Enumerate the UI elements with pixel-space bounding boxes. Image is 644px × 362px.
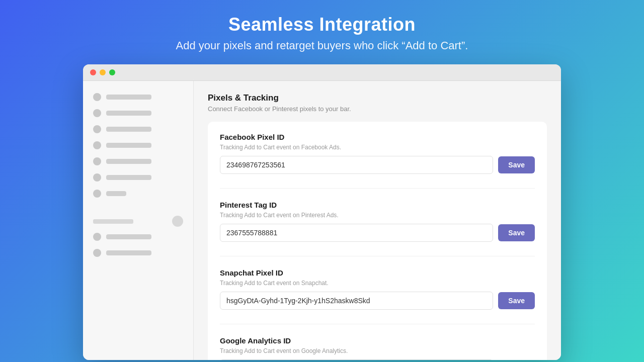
sidebar-item-home[interactable]: [83, 89, 193, 105]
divider-2: [220, 256, 535, 256]
maximize-button[interactable]: [109, 69, 115, 75]
sidebar: [83, 81, 194, 360]
sidebar-section-sales: [83, 212, 193, 229]
snapchat-pixel-save-button[interactable]: Save: [498, 292, 535, 309]
facebook-pixel-desc: Tracking Add to Cart event on Facebook A…: [220, 144, 535, 151]
hero-subtitle: Add your pixels and retarget buyers who …: [176, 39, 468, 52]
snapchat-pixel-input[interactable]: [220, 292, 493, 310]
online-store-icon: [93, 233, 101, 241]
sidebar-item-analytics[interactable]: [83, 153, 193, 169]
sidebar-label-online-store: [106, 234, 151, 239]
hero-section: Seamless Integration Add your pixels and…: [166, 0, 478, 64]
sidebar-item-orders[interactable]: [83, 105, 193, 121]
divider-1: [220, 188, 535, 189]
apps-icon: [93, 190, 101, 198]
google-analytics-title: Google Analytics ID: [220, 336, 535, 345]
sidebar-item-apps[interactable]: [83, 186, 193, 202]
sidebar-item-pos[interactable]: [83, 245, 193, 261]
sidebar-label-customers: [106, 143, 151, 148]
section-title: Pixels & Tracking: [208, 93, 547, 103]
pinterest-tag-title: Pinterest Tag ID: [220, 201, 535, 209]
google-analytics-input[interactable]: [220, 359, 493, 360]
snapchat-pixel-row: Save: [220, 292, 535, 310]
sidebar-item-customers[interactable]: [83, 137, 193, 153]
facebook-pixel-block: Facebook Pixel ID Tracking Add to Cart e…: [220, 133, 535, 174]
titlebar: [83, 64, 561, 81]
pinterest-tag-block: Pinterest Tag ID Tracking Add to Cart ev…: [220, 201, 535, 242]
home-icon: [93, 93, 101, 101]
sidebar-label-home: [106, 95, 151, 100]
google-analytics-desc: Tracking Add to Cart event on Google Ana…: [220, 347, 535, 354]
sidebar-label-products: [106, 127, 151, 132]
google-analytics-row: Save: [220, 359, 535, 360]
window-body: Pixels & Tracking Connect Facebook or Pi…: [83, 81, 561, 360]
hero-title: Seamless Integration: [176, 14, 468, 35]
sidebar-label-pos: [106, 250, 151, 255]
products-icon: [93, 125, 101, 133]
snapchat-pixel-title: Snapchat Pixel ID: [220, 268, 535, 277]
pos-icon: [93, 249, 101, 257]
facebook-pixel-save-button[interactable]: Save: [498, 156, 535, 173]
orders-icon: [93, 109, 101, 117]
snapchat-pixel-block: Snapchat Pixel ID Tracking Add to Cart e…: [220, 268, 535, 310]
sidebar-label-discounts: [106, 175, 151, 180]
sidebar-item-products[interactable]: [83, 121, 193, 137]
analytics-icon: [93, 157, 101, 165]
sidebar-item-discounts[interactable]: [83, 169, 193, 186]
app-window: Pixels & Tracking Connect Facebook or Pi…: [83, 64, 561, 360]
pinterest-tag-save-button[interactable]: Save: [498, 224, 535, 241]
main-content: Pixels & Tracking Connect Facebook or Pi…: [194, 81, 561, 360]
sidebar-label-orders: [106, 111, 151, 116]
sidebar-label-apps: [106, 191, 126, 196]
section-desc: Connect Facebook or Pinterest pixels to …: [208, 105, 547, 113]
close-button[interactable]: [90, 69, 96, 75]
facebook-pixel-row: Save: [220, 156, 535, 174]
google-analytics-block: Google Analytics ID Tracking Add to Cart…: [220, 336, 535, 360]
pinterest-tag-row: Save: [220, 224, 535, 242]
sidebar-label-analytics: [106, 159, 151, 164]
sales-channels-label: [93, 219, 133, 224]
pixels-tracking-card: Facebook Pixel ID Tracking Add to Cart e…: [208, 122, 547, 360]
pinterest-tag-input[interactable]: [220, 224, 493, 242]
divider-3: [220, 324, 535, 324]
facebook-pixel-title: Facebook Pixel ID: [220, 133, 535, 141]
add-channel-button[interactable]: [172, 216, 183, 227]
pinterest-tag-desc: Tracking Add to Cart event on Pinterest …: [220, 212, 535, 219]
minimize-button[interactable]: [100, 69, 106, 75]
customers-icon: [93, 141, 101, 149]
snapchat-pixel-desc: Tracking Add to Cart event on Snapchat.: [220, 280, 535, 287]
sidebar-item-online-store[interactable]: [83, 229, 193, 245]
discounts-icon: [93, 173, 101, 182]
facebook-pixel-input[interactable]: [220, 156, 493, 174]
